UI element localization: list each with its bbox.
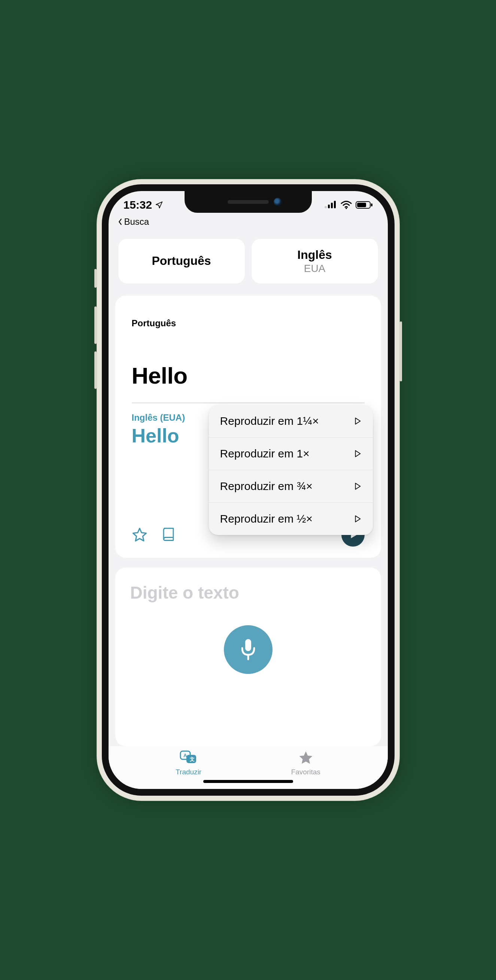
speed-option-label: Reproduzir em 1¼× [220, 415, 319, 428]
card-divider [132, 402, 364, 404]
input-card: Digite o texto [115, 568, 381, 746]
speaker-grille [228, 200, 269, 204]
silence-switch[interactable] [94, 269, 97, 288]
speed-option-label: Reproduzir em ½× [220, 512, 313, 525]
svg-rect-6 [357, 203, 366, 207]
source-language-label: Português [152, 254, 211, 268]
wifi-icon [341, 201, 352, 209]
target-language-sublabel: EUA [304, 262, 326, 275]
notch [185, 191, 312, 213]
source-language-pill[interactable]: Português [118, 239, 245, 283]
volume-up-button[interactable] [94, 306, 97, 344]
breadcrumb-back-label: Busca [124, 216, 149, 227]
status-left: 15:32 [124, 199, 163, 211]
translation-card: Português Hello Inglês (EUA) Hello [115, 296, 381, 558]
breadcrumb-back[interactable]: Busca [109, 213, 388, 228]
target-language-label: Inglês [297, 248, 332, 262]
svg-rect-1 [328, 205, 330, 208]
microphone-icon [238, 638, 258, 661]
star-icon [297, 750, 315, 766]
language-selector-row: Português Inglês EUA [109, 228, 388, 283]
volume-down-button[interactable] [94, 352, 97, 389]
translate-icon: A 文 [180, 750, 198, 766]
battery-icon [356, 201, 373, 209]
svg-rect-3 [334, 201, 336, 208]
source-lang-heading: Português [132, 318, 364, 329]
speed-option-label: Reproduzir em ¾× [220, 480, 313, 493]
svg-point-4 [345, 208, 347, 209]
speed-option-4[interactable]: Reproduzir em ½× [209, 503, 373, 535]
status-right [324, 201, 373, 209]
device-bezel: 15:32 [102, 184, 395, 796]
tab-favorites[interactable]: Favoritas [291, 750, 320, 776]
playback-speed-menu: Reproduzir em 1¼× Reproduzir em 1× Repro… [209, 405, 373, 535]
speed-option-2[interactable]: Reproduzir em 1× [209, 438, 373, 470]
svg-text:A: A [184, 752, 187, 758]
power-button[interactable] [400, 321, 402, 381]
book-icon [161, 527, 176, 543]
location-icon [155, 201, 163, 209]
front-camera [274, 198, 282, 206]
play-icon [353, 449, 361, 458]
speed-option-label: Reproduzir em 1× [220, 447, 310, 460]
home-indicator-area [109, 778, 388, 789]
svg-rect-7 [371, 204, 372, 207]
screen: 15:32 [109, 191, 388, 789]
svg-rect-8 [245, 639, 251, 651]
cellular-icon [324, 201, 337, 209]
svg-point-0 [325, 206, 327, 208]
speed-option-1[interactable]: Reproduzir em 1¼× [209, 405, 373, 438]
target-language-pill[interactable]: Inglês EUA [252, 239, 378, 283]
chevron-left-icon [117, 218, 124, 225]
tab-translate[interactable]: A 文 Traduzir [176, 750, 201, 776]
device-frame: 15:32 [97, 179, 400, 801]
play-icon [353, 482, 361, 491]
tab-favorites-label: Favoritas [291, 768, 320, 776]
home-indicator[interactable] [203, 780, 293, 783]
svg-text:文: 文 [189, 756, 195, 762]
microphone-button[interactable] [224, 625, 273, 674]
tab-bar: A 文 Traduzir Favoritas [109, 746, 388, 778]
svg-rect-2 [331, 203, 333, 208]
play-icon [353, 417, 361, 426]
tab-translate-label: Traduzir [176, 768, 201, 776]
speed-option-3[interactable]: Reproduzir em ¾× [209, 470, 373, 503]
dictionary-button[interactable] [161, 527, 176, 543]
play-icon [353, 514, 361, 523]
text-input[interactable]: Digite o texto [130, 582, 239, 603]
source-text[interactable]: Hello [132, 362, 364, 389]
favorite-button[interactable] [132, 527, 147, 543]
status-time: 15:32 [124, 199, 152, 211]
star-icon [132, 527, 147, 543]
